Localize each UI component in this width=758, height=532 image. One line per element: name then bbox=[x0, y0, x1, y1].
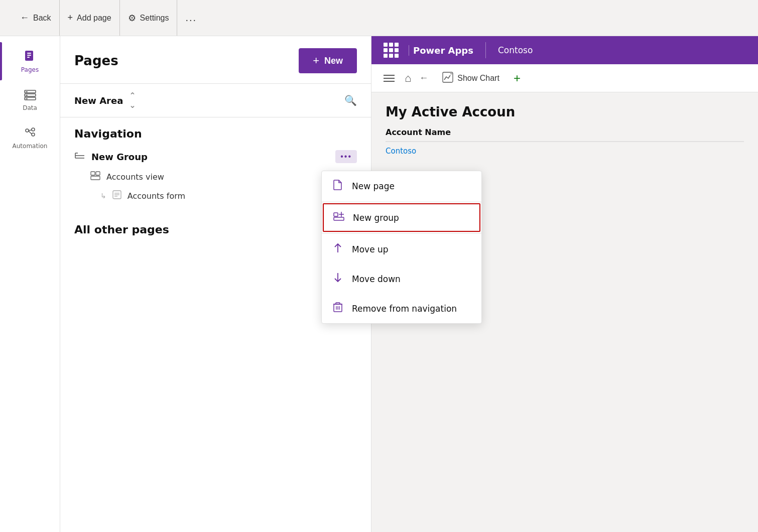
sidebar-item-automation[interactable]: Automation bbox=[0, 118, 60, 157]
back-button[interactable]: ← Back bbox=[12, 0, 60, 36]
area-row: New Area ⌃⌄ 🔍 bbox=[60, 83, 371, 117]
group-more-options-button[interactable]: ••• bbox=[335, 150, 357, 163]
move-down-label: Move down bbox=[352, 274, 401, 284]
top-toolbar: ← Back + Add page ⚙ Settings ... bbox=[0, 0, 758, 36]
all-other-pages-label: All other pages bbox=[74, 223, 169, 236]
home-button[interactable]: ⌂ bbox=[405, 72, 411, 85]
contoso-link[interactable]: Contoso bbox=[386, 147, 416, 156]
data-icon bbox=[23, 87, 37, 101]
hamburger-line-3 bbox=[384, 81, 395, 82]
waffle-dot-8 bbox=[389, 54, 393, 58]
hamburger-line-2 bbox=[384, 78, 395, 79]
sub-arrow-icon: ↳ bbox=[100, 192, 106, 200]
home-icon: ⌂ bbox=[405, 72, 411, 84]
waffle-dot-3 bbox=[395, 43, 399, 47]
add-page-label: Add page bbox=[77, 14, 111, 23]
nav-group-label-container: New Group bbox=[74, 151, 148, 162]
context-menu-item-move-down[interactable]: Move down bbox=[322, 264, 481, 294]
waffle-dot-1 bbox=[384, 43, 388, 47]
content-title: My Active Accoun bbox=[386, 104, 744, 119]
account-name-header: Account Name bbox=[386, 127, 744, 142]
chevron-updown-icon: ⌃⌄ bbox=[129, 91, 136, 110]
waffle-icon[interactable] bbox=[384, 43, 399, 58]
context-menu-item-new-page[interactable]: New page bbox=[322, 171, 481, 201]
search-icon: 🔍 bbox=[344, 95, 357, 106]
add-page-button[interactable]: + Add page bbox=[60, 0, 120, 36]
back-button-small[interactable]: ← bbox=[419, 73, 428, 83]
pages-icon bbox=[23, 49, 37, 63]
nav-group-header[interactable]: New Group ••• bbox=[74, 146, 357, 167]
svg-rect-29 bbox=[334, 217, 344, 220]
context-menu: New page New group Move up bbox=[321, 171, 482, 324]
svg-line-13 bbox=[29, 130, 32, 130]
pages-title: Pages bbox=[74, 53, 118, 68]
waffle-dot-5 bbox=[389, 48, 393, 52]
remove-icon bbox=[332, 302, 344, 315]
waffle-dot-4 bbox=[384, 48, 388, 52]
nav-item-accounts-view[interactable]: Accounts view bbox=[74, 167, 357, 186]
sidebar-item-data[interactable]: Data bbox=[0, 80, 60, 118]
svg-rect-8 bbox=[26, 95, 28, 96]
waffle-dot-7 bbox=[384, 54, 388, 58]
new-button[interactable]: + New bbox=[299, 48, 357, 73]
add-record-icon: + bbox=[514, 71, 521, 85]
area-selector[interactable]: New Area ⌃⌄ bbox=[74, 91, 136, 110]
svg-rect-28 bbox=[334, 213, 338, 216]
context-menu-divider-2 bbox=[322, 233, 481, 233]
search-button[interactable]: 🔍 bbox=[344, 94, 357, 106]
new-group-label: New group bbox=[353, 213, 399, 223]
content-title-text: My Active Accoun bbox=[386, 104, 515, 119]
power-apps-bar: Power Apps Contoso bbox=[371, 36, 758, 64]
area-label-text: New Area bbox=[74, 95, 123, 106]
sidebar-automation-label: Automation bbox=[13, 143, 48, 150]
sidebar-data-label: Data bbox=[23, 104, 37, 111]
gear-icon: ⚙ bbox=[128, 13, 136, 24]
power-apps-name: Power Apps bbox=[409, 45, 473, 56]
waffle-dot-2 bbox=[389, 43, 393, 47]
nav-item-accounts-form[interactable]: ↳ Accounts form bbox=[74, 186, 357, 205]
svg-rect-21 bbox=[91, 176, 100, 180]
sidebar-item-pages[interactable]: Pages bbox=[0, 42, 60, 80]
new-page-icon bbox=[332, 179, 344, 193]
context-menu-item-new-group[interactable]: New group bbox=[323, 203, 480, 232]
account-name-row: Contoso bbox=[386, 146, 744, 156]
svg-rect-2 bbox=[27, 55, 31, 56]
nav-group-name: New Group bbox=[91, 152, 148, 162]
svg-rect-3 bbox=[27, 57, 30, 58]
new-page-label: New page bbox=[352, 181, 395, 191]
content-toolbar: ⌂ ← Show Chart + bbox=[371, 64, 758, 92]
more-options-button[interactable]: ... bbox=[177, 8, 205, 28]
hamburger-button[interactable] bbox=[382, 73, 397, 84]
waffle-dot-9 bbox=[395, 54, 399, 58]
accounts-form-label: Accounts form bbox=[128, 191, 185, 201]
svg-point-11 bbox=[32, 133, 35, 136]
view-icon bbox=[90, 171, 100, 182]
new-group-icon bbox=[333, 211, 345, 224]
svg-rect-7 bbox=[26, 91, 28, 92]
settings-button[interactable]: ⚙ Settings bbox=[120, 0, 178, 36]
group-list-icon bbox=[74, 151, 85, 162]
show-chart-button[interactable]: Show Chart bbox=[436, 69, 506, 88]
new-plus-icon: + bbox=[313, 54, 319, 67]
svg-rect-9 bbox=[26, 98, 28, 99]
nav-group: New Group ••• Accounts view bbox=[74, 146, 357, 205]
context-menu-divider-1 bbox=[322, 202, 481, 202]
add-record-button[interactable]: + bbox=[514, 71, 521, 85]
form-icon bbox=[112, 190, 121, 201]
header-separator bbox=[485, 42, 486, 58]
move-up-label: Move up bbox=[352, 244, 389, 254]
navigation-title: Navigation bbox=[74, 127, 357, 140]
back-arrow-icon: ← bbox=[20, 13, 29, 23]
remove-label: Remove from navigation bbox=[352, 304, 457, 314]
automation-icon bbox=[23, 125, 37, 140]
svg-line-14 bbox=[29, 131, 32, 134]
back-label: Back bbox=[33, 14, 51, 23]
back-small-icon: ← bbox=[419, 73, 428, 83]
context-menu-item-remove[interactable]: Remove from navigation bbox=[322, 294, 481, 323]
show-chart-label: Show Chart bbox=[457, 74, 499, 83]
pages-header: Pages + New bbox=[60, 36, 371, 83]
context-menu-item-move-up[interactable]: Move up bbox=[322, 234, 481, 264]
move-up-icon bbox=[332, 242, 344, 256]
svg-rect-1 bbox=[27, 53, 31, 54]
hamburger-line-1 bbox=[384, 75, 395, 76]
